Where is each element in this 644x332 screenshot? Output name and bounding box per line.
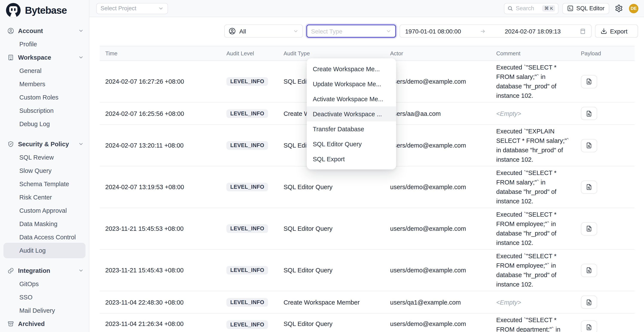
gear-icon[interactable]: [615, 4, 623, 12]
type-menu-item-create-workspace-me[interactable]: Create Workspace Me...: [307, 61, 396, 76]
table-row: 2023-11-04 22:48:30 +08:00LEVEL_INFOCrea…: [100, 291, 634, 314]
sidebar-item-custom-approval[interactable]: Custom Approval: [4, 204, 86, 217]
audit-level-badge: LEVEL_INFO: [226, 141, 268, 150]
sidebar-group-archived[interactable]: Archived: [4, 317, 86, 330]
date-range-start: 1970-01-01 08:00:00: [405, 28, 461, 34]
payload-view-button[interactable]: [581, 107, 597, 120]
sql-editor-button[interactable]: SQL Editor: [562, 3, 609, 14]
sidebar-item-profile[interactable]: Profile: [4, 37, 86, 51]
audit-level-badge: LEVEL_INFO: [226, 183, 268, 191]
audit-time: 2023-11-04 21:26:34 +08:00: [100, 314, 221, 332]
type-menu-item-deactivate-workspace[interactable]: Deactivate Workspace ...: [307, 106, 396, 121]
chevron-down-icon: [386, 28, 392, 34]
sidebar-group-account[interactable]: Account: [4, 24, 86, 37]
actor-filter-select[interactable]: All: [224, 24, 303, 38]
type-select-menu: Create Workspace Me...Update Workspace M…: [307, 58, 396, 169]
audit-type: SQL Editor Query: [278, 250, 384, 291]
audit-log-content: All Select Type 1970-01-01 08:00:00: [89, 17, 644, 332]
payload-view-button[interactable]: [581, 321, 597, 332]
export-button[interactable]: Export: [595, 24, 638, 38]
project-select[interactable]: Select Project: [96, 3, 168, 14]
sidebar-group-label: Integration: [18, 267, 78, 274]
type-menu-item-sql-export[interactable]: SQL Export: [307, 152, 396, 166]
sidebar-item-mail-delivery[interactable]: Mail Delivery: [4, 304, 86, 317]
audit-actor: users/demo@example.com: [384, 61, 491, 102]
table-row: 2023-11-04 21:26:34 +08:00LEVEL_INFOSQL …: [100, 314, 634, 332]
project-select-placeholder: Select Project: [100, 5, 136, 11]
sidebar-group-workspace[interactable]: Workspace: [4, 51, 86, 64]
sidebar-item-subscription[interactable]: Subscription: [4, 104, 86, 117]
sidebar-item-data-masking[interactable]: Data Masking: [4, 217, 86, 230]
type-menu-item-sql-editor-query[interactable]: SQL Editor Query: [307, 136, 396, 152]
audit-level-cell: LEVEL_INFO: [221, 314, 278, 332]
sidebar-group-label: Workspace: [18, 54, 78, 61]
audit-level-cell: LEVEL_INFO: [221, 125, 278, 166]
type-menu-item-transfer-database[interactable]: Transfer Database: [307, 121, 396, 136]
filter-bar: All Select Type 1970-01-01 08:00:00: [89, 24, 638, 38]
type-menu-item-update-workspace-me[interactable]: Update Workspace Me...: [307, 76, 396, 91]
chevron-down-icon[interactable]: [78, 54, 84, 60]
sidebar-item-general[interactable]: General: [4, 64, 86, 77]
column-header-time: Time: [100, 46, 221, 60]
audit-type: Create Workspace Member: [278, 291, 384, 313]
sidebar-item-sql-review[interactable]: SQL Review: [4, 151, 86, 164]
payload-cell: [575, 125, 634, 166]
sidebar-group-security-policy[interactable]: Security & Policy: [4, 137, 86, 151]
chevron-down-icon[interactable]: [78, 28, 84, 33]
audit-comment: Executed `"SELECT * FROM department;"` i…: [491, 314, 575, 332]
search-shortcut-badge: ⌘ K: [542, 5, 555, 11]
payload-view-button[interactable]: [581, 180, 597, 194]
search-input[interactable]: Search ⌘ K: [504, 3, 559, 14]
sidebar: Bytebase AccountProfileWorkspaceGeneralM…: [0, 0, 89, 332]
chevron-down-icon[interactable]: [78, 141, 84, 147]
sidebar-item-slow-query[interactable]: Slow Query: [4, 164, 86, 177]
sidebar-item-data-access-control[interactable]: Data Access Control: [4, 230, 86, 244]
payload-view-button[interactable]: [581, 75, 597, 88]
audit-level-cell: LEVEL_INFO: [221, 250, 278, 291]
sidebar-item-audit-log[interactable]: Audit Log: [4, 243, 86, 258]
audit-time: 2023-11-04 22:48:30 +08:00: [100, 291, 221, 313]
audit-actor: users/demo@example.com: [384, 208, 491, 249]
payload-cell: [575, 291, 634, 313]
export-label: Export: [610, 28, 628, 34]
type-filter-select[interactable]: Select Type: [306, 24, 396, 38]
type-menu-item-activate-workspace-me[interactable]: Activate Workspace Me...: [307, 91, 396, 106]
bytebase-logo[interactable]: Bytebase: [0, 0, 89, 20]
archive-icon: [7, 320, 14, 327]
payload-view-button[interactable]: [581, 296, 597, 309]
audit-comment: Executed `"SELECT * FROM salary;"` in da…: [491, 61, 575, 102]
payload-view-button[interactable]: [581, 264, 597, 277]
column-header-actor: Actor: [384, 46, 491, 60]
sidebar-item-gitops[interactable]: GitOps: [4, 277, 86, 290]
shield-check-icon: [7, 141, 14, 147]
audit-level-cell: LEVEL_INFO: [221, 208, 278, 249]
sidebar-item-risk-center[interactable]: Risk Center: [4, 190, 86, 204]
date-range-picker[interactable]: 1970-01-01 08:00:00 2024-02-07 18:09:13: [400, 24, 592, 38]
audit-actor: users/qa1@example.com: [384, 291, 491, 313]
chevron-down-icon: [293, 28, 298, 34]
user-avatar[interactable]: DE: [629, 4, 638, 13]
payload-view-button[interactable]: [581, 139, 597, 152]
audit-level-cell: LEVEL_INFO: [221, 166, 278, 208]
arrow-right-icon: [480, 28, 486, 34]
chevron-down-icon[interactable]: [78, 268, 84, 273]
type-filter-placeholder: Select Type: [311, 28, 342, 34]
sidebar-group-integration[interactable]: Integration: [4, 264, 86, 277]
audit-level-badge: LEVEL_INFO: [226, 109, 268, 118]
bytebase-logo-icon: [6, 2, 21, 18]
sidebar-group-label: Archived: [18, 320, 84, 327]
user-circle-icon: [228, 27, 236, 35]
sidebar-item-schema-template[interactable]: Schema Template: [4, 177, 86, 190]
table-row: 2024-02-07 13:19:53 +08:00LEVEL_INFOSQL …: [100, 166, 634, 208]
payload-view-button[interactable]: [581, 222, 597, 235]
audit-level-badge: LEVEL_INFO: [226, 266, 268, 275]
audit-level-badge: LEVEL_INFO: [226, 77, 268, 86]
audit-actor: users/demo@example.com: [384, 250, 491, 291]
payload-cell: [575, 103, 634, 124]
audit-level-cell: LEVEL_INFO: [221, 61, 278, 102]
audit-actor: users/demo@example.com: [384, 125, 491, 166]
sidebar-item-sso[interactable]: SSO: [4, 290, 86, 304]
sidebar-item-members[interactable]: Members: [4, 77, 86, 91]
sidebar-item-debug-log[interactable]: Debug Log: [4, 117, 86, 130]
sidebar-item-custom-roles[interactable]: Custom Roles: [4, 91, 86, 104]
